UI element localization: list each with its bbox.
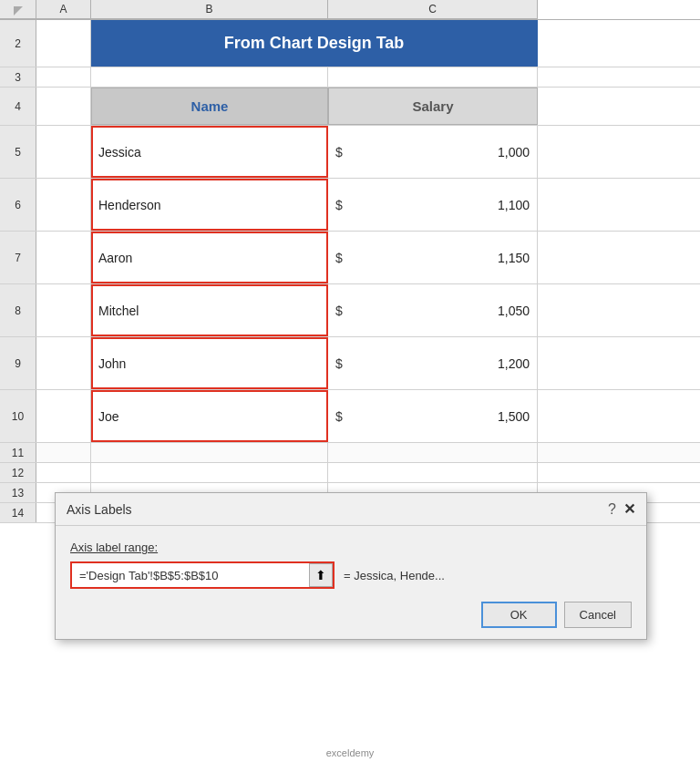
row-header-10: 10 (0, 390, 36, 442)
cell-3a (36, 67, 91, 87)
table-row: 12 (0, 463, 700, 483)
cell-10c-salary: $ 1,500 (328, 390, 538, 442)
cell-5b-name: Jessica (91, 126, 328, 178)
dialog-controls: ? ✕ (608, 500, 635, 518)
range-select-button[interactable]: ⬆ (309, 563, 333, 587)
table-row: 7 Aaron $ 1,150 (0, 232, 700, 284)
cell-12b (91, 463, 328, 482)
dialog-title: Axis Labels (67, 502, 132, 517)
cell-6b-name: Henderson (91, 179, 328, 231)
dialog-titlebar: Axis Labels ? ✕ (56, 493, 646, 526)
ok-button[interactable]: OK (481, 602, 557, 628)
data-rows: 2 From Chart Design Tab 3 4 Name Salary (0, 20, 700, 523)
cell-3b (91, 67, 328, 87)
row-header-11: 11 (0, 443, 36, 462)
row-header-5: 5 (0, 126, 36, 178)
cell-5c-salary: $ 1,000 (328, 126, 538, 178)
dialog-buttons: OK Cancel (70, 602, 632, 628)
spreadsheet: A B C 2 From Chart Design Tab 3 4 Name (0, 0, 700, 762)
cell-7b-name: Aaron (91, 232, 328, 283)
col-header-salary: Salary (328, 88, 538, 125)
table-row: 10 Joe $ 1,500 (0, 390, 700, 443)
table-row: 9 John $ 1,200 (0, 337, 700, 390)
cell-12c (328, 463, 538, 482)
col-header-name: Name (91, 88, 328, 125)
dialog-body: Axis label range: ⬆ = Jessica, Hende... … (56, 526, 646, 639)
row-header-2: 2 (0, 20, 36, 67)
cell-8b-name: Mitchel (91, 284, 328, 336)
col-header-c: C (328, 0, 538, 19)
row-header-4: 4 (0, 88, 36, 125)
cell-12a (36, 463, 91, 482)
watermark: exceldemy (326, 747, 375, 758)
cell-10a (36, 390, 91, 442)
table-row: 3 (0, 67, 700, 88)
cell-9b-name: John (91, 337, 328, 389)
input-wrapper: ⬆ (70, 561, 335, 589)
dialog-preview-text: = Jessica, Hende... (344, 569, 445, 582)
corner-triangle-icon (14, 6, 23, 15)
table-row: 8 Mitchel $ 1,050 (0, 284, 700, 337)
cell-11c (328, 443, 538, 462)
cell-11b (91, 443, 328, 462)
dialog-label: Axis label range: (70, 541, 632, 554)
dialog-input-row: ⬆ = Jessica, Hende... (70, 561, 632, 589)
col-header-b: B (91, 0, 328, 19)
column-headers: A B C (0, 0, 700, 20)
cell-8a (36, 284, 91, 336)
row-header-12: 12 (0, 463, 36, 482)
row-header-8: 8 (0, 284, 36, 336)
row-header-13: 13 (0, 483, 36, 502)
cell-8c-salary: $ 1,050 (328, 284, 538, 336)
title-cell: From Chart Design Tab (91, 20, 538, 67)
table-row: 4 Name Salary (0, 88, 700, 126)
cell-6c-salary: $ 1,100 (328, 179, 538, 231)
axis-label-text: Axis label range: (70, 541, 158, 554)
col-header-a: A (36, 0, 91, 19)
cell-7a (36, 232, 91, 283)
axis-labels-dialog: Axis Labels ? ✕ Axis label range: ⬆ = Je… (55, 492, 647, 640)
axis-label-range-input[interactable] (72, 565, 309, 586)
page-title: From Chart Design Tab (224, 34, 405, 53)
row-header-9: 9 (0, 337, 36, 389)
table-row: 6 Henderson $ 1,100 (0, 179, 700, 232)
table-row: 5 Jessica $ 1,000 (0, 126, 700, 179)
cell-10b-name: Joe (91, 390, 328, 442)
cell-5a (36, 126, 91, 178)
cell-4a (36, 88, 91, 125)
cancel-button[interactable]: Cancel (564, 602, 632, 628)
corner-cell (0, 0, 36, 19)
row-header-14: 14 (0, 503, 36, 522)
help-icon[interactable]: ? (608, 501, 616, 518)
row-header-3: 3 (0, 67, 36, 87)
cell-9c-salary: $ 1,200 (328, 337, 538, 389)
cell-2a (36, 20, 91, 67)
table-row: 11 (0, 443, 700, 463)
row-header-6: 6 (0, 179, 36, 231)
cell-7c-salary: $ 1,150 (328, 232, 538, 283)
close-icon[interactable]: ✕ (623, 500, 635, 518)
cell-11a (36, 443, 91, 462)
range-icon: ⬆ (315, 568, 326, 582)
table-row: 2 From Chart Design Tab (0, 20, 700, 67)
cell-9a (36, 337, 91, 389)
cell-3c (328, 67, 538, 87)
row-header-7: 7 (0, 232, 36, 283)
cell-6a (36, 179, 91, 231)
